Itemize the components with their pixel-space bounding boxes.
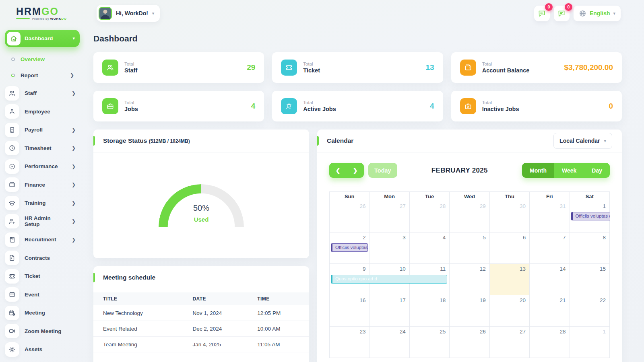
sidebar-item-assets[interactable]: Assets	[5, 340, 80, 359]
notifications-button[interactable]: 0	[554, 6, 570, 21]
calendar-day-cell[interactable]: 26	[330, 201, 369, 232]
calendar-month-title: FEBRUARY 2025	[397, 167, 522, 175]
calendar-gear-icon	[5, 306, 19, 320]
sidebar-item-zoom-meeting[interactable]: Zoom Meeting	[5, 322, 80, 341]
view-day-button[interactable]: Day	[584, 163, 610, 178]
chevron-right-icon: ❯	[72, 218, 76, 224]
today-button[interactable]: Today	[368, 163, 397, 178]
calendar-day-cell[interactable]: 19	[450, 295, 489, 327]
calendar-day-cell[interactable]: 8	[570, 232, 610, 264]
sidebar-item-event[interactable]: Event	[5, 286, 80, 304]
contract-file-icon	[5, 251, 19, 265]
sidebar-item-label: Contracts	[25, 255, 80, 261]
calendar-day-cell[interactable]: 22	[570, 295, 610, 327]
calendar-day-headers: Sun Mon Tue Wed Thu Fri Sat	[330, 192, 610, 201]
clock-icon	[5, 141, 19, 155]
calendar-day-cell[interactable]: 16	[330, 295, 369, 327]
messages-button[interactable]: 0	[534, 6, 550, 21]
calendar-day-cell[interactable]: 14	[530, 264, 570, 295]
briefcase-hand-icon	[281, 98, 297, 114]
globe-icon	[579, 10, 586, 17]
calendar-view-switcher: Month Week Day	[522, 163, 610, 178]
calendar-day-cell[interactable]: 26	[450, 327, 489, 358]
calendar-day-cell[interactable]: 17	[369, 295, 409, 327]
meeting-schedule-card: Meeting schedule TITLE DATE TIME	[93, 266, 309, 362]
sidebar-item-label: Ticket	[25, 273, 80, 279]
calendar-source-select[interactable]: Local Calendar ▾	[553, 133, 612, 149]
next-month-button[interactable]: ❯	[347, 163, 364, 178]
sidebar-item-employee[interactable]: Employee	[5, 103, 80, 121]
calendar-day-cell[interactable]: 29	[450, 201, 489, 232]
gauge-arc	[159, 184, 244, 269]
calendar-event[interactable]: Officiis voluptas c	[571, 212, 610, 220]
stat-label: Ticket	[303, 67, 320, 74]
sidebar-item-payroll[interactable]: Payroll ❯	[5, 121, 80, 139]
sidebar-item-contracts[interactable]: Contracts	[5, 249, 80, 267]
sidebar-item-hr-admin-setup[interactable]: HR Admin Setup ❯	[5, 212, 80, 231]
calendar-day-cell[interactable]: 7	[530, 232, 570, 264]
calendar-day-cell[interactable]: 21	[530, 295, 570, 327]
calendar-day-cell[interactable]: 28	[530, 327, 570, 358]
sidebar-item-label: Employee	[25, 109, 80, 115]
sidebar-item-recruitment[interactable]: Recruitment ❯	[5, 230, 80, 249]
sidebar-item-overview[interactable]: Overview	[11, 51, 78, 67]
user-plus-icon	[5, 214, 19, 228]
calendar-day-cell[interactable]: 5	[450, 232, 489, 264]
brand-logo[interactable]: HRMGO Powered By WORKDO	[0, 6, 85, 21]
meeting-time-cell: 10:00 AM	[257, 321, 309, 337]
sidebar-item-ticket[interactable]: Ticket	[5, 267, 80, 286]
sidebar-item-label: Payroll	[25, 127, 66, 133]
calendar-event[interactable]: Quos optio quo ad d	[331, 275, 447, 284]
sidebar-item-performance[interactable]: Performance ❯	[5, 157, 80, 176]
logo-underline	[16, 18, 30, 19]
column-header-date: DATE	[193, 292, 258, 305]
prev-month-button[interactable]: ❮	[329, 163, 347, 178]
calendar-day-cell[interactable]: 3	[369, 232, 409, 264]
sidebar-item-training[interactable]: Training ❯	[5, 194, 80, 212]
calendar-day-cell[interactable]: 23	[330, 327, 369, 358]
sidebar-item-label: Meeting	[25, 310, 80, 316]
chevron-right-icon: ❯	[72, 164, 76, 169]
sidebar-item-report[interactable]: Report ❯	[11, 67, 78, 83]
language-selector[interactable]: English ▾	[574, 6, 621, 21]
sidebar-item-timesheet[interactable]: Timesheet ❯	[5, 139, 80, 158]
calendar-day-cell[interactable]: 20	[490, 295, 530, 327]
stat-label: Inactive Jobs	[482, 106, 519, 112]
meeting-card-header: Meeting schedule	[93, 266, 309, 289]
users-icon	[5, 86, 19, 101]
main-content: Dashboard TotalStaff 29 TotalTicket 13 T…	[85, 23, 644, 362]
calendar-day-cell[interactable]: 1	[570, 327, 610, 358]
calendar-week-row: 9 10 11 12 13 14 15 Quos optio quo ad d	[330, 264, 610, 295]
sidebar-item-dashboard[interactable]: Dashboard ▾	[5, 30, 80, 47]
view-week-button[interactable]: Week	[554, 163, 584, 178]
stat-card-total-account-balance: TotalAccount Balance $3,780,200.00	[451, 52, 622, 83]
sidebar-item-label: Performance	[25, 163, 66, 169]
calendar-day-cell-today[interactable]: 13	[490, 264, 530, 295]
storage-gauge: 50% Used	[159, 184, 244, 227]
calendar-day-cell[interactable]: 18	[410, 295, 450, 327]
calendar-event[interactable]: Officiis voluptas c	[331, 243, 368, 252]
sidebar-item-staff[interactable]: Staff ❯	[5, 84, 80, 103]
calendar-day-cell[interactable]: 6	[490, 232, 530, 264]
sidebar-item-meeting[interactable]: Meeting	[5, 304, 80, 322]
sidebar-item-label: Staff	[25, 90, 66, 96]
sidebar-item-finance[interactable]: Finance ❯	[5, 176, 80, 194]
briefcase-x-icon	[460, 98, 476, 114]
logo-hrm: HRM	[16, 6, 41, 17]
gear-icon	[5, 342, 19, 357]
calendar-day-cell[interactable]: 30	[490, 201, 530, 232]
calendar-day-cell[interactable]: 31	[530, 201, 570, 232]
calendar-day-cell[interactable]: 28	[410, 201, 450, 232]
stat-label-top: Total	[124, 100, 138, 105]
calendar-day-cell[interactable]: 24	[369, 327, 409, 358]
calendar-day-cell[interactable]: 27	[369, 201, 409, 232]
view-month-button[interactable]: Month	[522, 163, 554, 178]
calendar-day-cell[interactable]: 4	[410, 232, 450, 264]
calendar-day-cell[interactable]: 27	[490, 327, 530, 358]
calendar-day-cell[interactable]: 25	[410, 327, 450, 358]
logo-go: GO	[41, 6, 59, 17]
calendar-day-cell[interactable]: 12	[450, 264, 489, 295]
stat-card-total-staff: TotalStaff 29	[93, 52, 264, 83]
calendar-day-cell[interactable]: 15	[570, 264, 610, 295]
user-menu[interactable]: Hi, WorkDo! ▾	[97, 5, 160, 22]
